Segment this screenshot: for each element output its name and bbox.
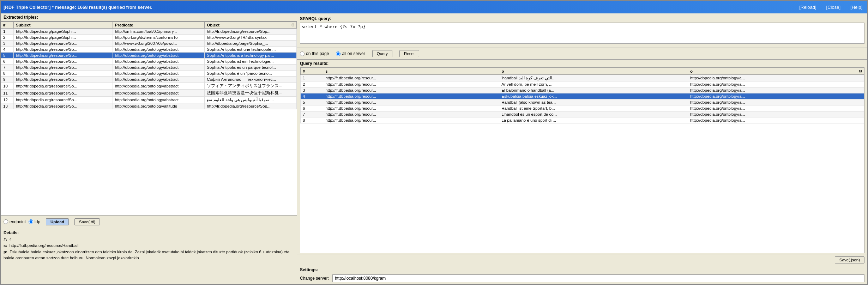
table-row[interactable]: 13 http://fr.dbpedia.org/resource/So... … — [1, 103, 297, 109]
ldp-radio[interactable] — [29, 219, 33, 224]
query-result-row[interactable]: 5 http://fr.dbpedia.org/resour... Handba… — [301, 99, 864, 105]
cell-object: ソフィア・アンティポリスはフランス... — [205, 83, 297, 90]
ldp-radio-label[interactable]: ldp — [29, 219, 40, 224]
q-cell-num: 1 — [301, 75, 323, 81]
q-cell-p: Handball (also known as tea... — [499, 99, 688, 105]
q-cell-p: La pallamano è uno sport di ... — [499, 117, 688, 123]
table-row[interactable]: 6 http://fr.dbpedia.org/resource/So... h… — [1, 59, 297, 65]
reload-button[interactable]: [Reload] — [797, 4, 818, 11]
q-cell-p: Eskubaloia baloia eskuaz jok... — [499, 93, 688, 99]
settings-section: Settings: Change server: — [297, 265, 867, 284]
q-col-header-p: p — [499, 68, 688, 75]
query-result-row[interactable]: 6 http://fr.dbpedia.org/resour... Handba… — [301, 105, 864, 111]
table-row[interactable]: 7 http://fr.dbpedia.org/resource/So... h… — [1, 65, 297, 71]
table-row[interactable]: 3 http://fr.dbpedia.org/resource/So... h… — [1, 41, 297, 47]
q-resize-icon[interactable]: ⊡ — [859, 69, 862, 73]
table-row[interactable]: 1 http://fr.dbpedia.org/page/Sophi... ht… — [1, 29, 297, 35]
cell-num: 10 — [1, 83, 14, 90]
close-button[interactable]: [Close] — [824, 4, 843, 11]
change-server-label: Change server: — [300, 276, 329, 281]
cell-subject: http://fr.dbpedia.org/resource/So... — [14, 71, 113, 77]
all-on-server-label: all on server — [342, 51, 365, 56]
table-row[interactable]: 8 http://fr.dbpedia.org/resource/So... h… — [1, 71, 297, 77]
cell-num: 12 — [1, 97, 14, 103]
details-panel: Details: #: 4 s: http://fr.dbpedia.org/r… — [1, 228, 297, 284]
details-s-row: s: http://fr.dbpedia.org/resource/Handba… — [4, 243, 294, 249]
q-cell-o: http://dbpedia.org/ontology/a... — [688, 117, 864, 123]
q-cell-o: http://dbpedia.org/ontology/a... — [688, 75, 864, 81]
endpoint-label: endpoint — [10, 219, 26, 224]
cell-num: 6 — [1, 59, 14, 65]
settings-header: Settings: — [300, 267, 864, 272]
save-ttl-button[interactable]: Save(.ttl) — [74, 218, 100, 225]
all-on-server-radio-label[interactable]: all on server — [336, 51, 365, 56]
cell-object: http://www.w3.org/TR/rdfa-syntax — [205, 35, 297, 41]
cell-object: Sophia Antipolis est une technopole ... — [205, 47, 297, 53]
query-result-row[interactable]: 3 http://fr.dbpedia.org/resour... El bal… — [301, 87, 864, 93]
cell-subject: http://fr.dbpedia.org/resource/So... — [14, 90, 113, 97]
cell-num: 8 — [1, 71, 14, 77]
table-row[interactable]: 2 http://fr.dbpedia.org/page/Sophi... ht… — [1, 35, 297, 41]
triples-table: # Subject Predicate Object ⊡ 1 http://fr… — [1, 22, 297, 109]
cell-predicate: http://dbpedia.org/ontology/abstract — [113, 90, 205, 97]
upload-button[interactable]: Upload — [46, 218, 69, 225]
cell-predicate: http://dbpedia.org/ontology/altitude — [113, 103, 205, 109]
server-input[interactable] — [332, 274, 864, 282]
settings-row: Change server: — [300, 274, 864, 282]
details-num-row: #: 4 — [4, 237, 294, 243]
q-cell-s: http://fr.dbpedia.org/resour... — [323, 99, 499, 105]
q-cell-num: 4 — [301, 93, 323, 99]
cell-subject: http://fr.dbpedia.org/resource/So... — [14, 47, 113, 53]
table-row[interactable]: 9 http://fr.dbpedia.org/resource/So... h… — [1, 77, 297, 83]
q-cell-num: 5 — [301, 99, 323, 105]
cell-num: 5 — [1, 53, 14, 59]
cell-predicate: http://xmlns.com/foaf/0.1/primary... — [113, 29, 205, 35]
table-row[interactable]: 11 http://fr.dbpedia.org/resource/So... … — [1, 90, 297, 97]
query-result-row[interactable]: 7 http://fr.dbpedia.org/resour... L'hand… — [301, 111, 864, 117]
endpoint-radio-label[interactable]: endpoint — [4, 219, 26, 224]
resize-icon[interactable]: ⊡ — [291, 23, 294, 27]
main-content: Extracted triples: # Subject Predicate O… — [1, 13, 867, 284]
cell-num: 3 — [1, 41, 14, 47]
cell-object: Sophia Antipolis es un parque tecnol... — [205, 65, 297, 71]
on-this-page-radio-label[interactable]: on this page — [300, 51, 329, 56]
table-row[interactable]: 10 http://fr.dbpedia.org/resource/So... … — [1, 83, 297, 90]
cell-subject: http://fr.dbpedia.org/resource/So... — [14, 77, 113, 83]
table-row[interactable]: 12 http://fr.dbpedia.org/resource/So... … — [1, 97, 297, 103]
help-button[interactable]: [Help] — [848, 4, 864, 11]
col-header-num: # — [1, 22, 14, 29]
query-result-row[interactable]: 2 http://fr.dbpedia.org/resour... Ar vel… — [301, 81, 864, 87]
col-header-predicate: Predicate — [113, 22, 205, 29]
cell-subject: http://fr.dbpedia.org/resource/So... — [14, 53, 113, 59]
q-cell-s: http://fr.dbpedia.org/resour... — [323, 81, 499, 87]
triples-table-container[interactable]: # Subject Predicate Object ⊡ 1 http://fr… — [1, 22, 297, 215]
on-this-page-radio[interactable] — [300, 51, 305, 56]
table-row[interactable]: 5 http://fr.dbpedia.org/resource/So... h… — [1, 53, 297, 59]
table-row[interactable]: 4 http://fr.dbpedia.org/resource/So... h… — [1, 47, 297, 53]
q-col-header-num: # — [301, 68, 323, 75]
sparql-query-input[interactable]: select * where {?s ?o ?p} — [300, 23, 864, 44]
cell-predicate: http://dbpedia.org/ontology/abstract — [113, 59, 205, 65]
cell-predicate: http://dbpedia.org/ontology/abstract — [113, 47, 205, 53]
q-cell-num: 7 — [301, 111, 323, 117]
main-window: [RDF Triple Collector] * message: 1668 r… — [0, 0, 868, 285]
details-p-label: p: — [4, 250, 7, 254]
reset-button[interactable]: Reset — [399, 50, 419, 57]
cell-predicate: http://dbpedia.org/ontology/abstract — [113, 97, 205, 103]
cell-subject: http://fr.dbpedia.org/resource/So... — [14, 59, 113, 65]
all-on-server-radio[interactable] — [336, 51, 340, 56]
cell-subject: http://fr.dbpedia.org/page/Sophi... — [14, 35, 113, 41]
query-table-container[interactable]: # s p o ⊡ 1 http://fr.dbpedia.org/resour… — [300, 67, 864, 253]
cell-object: http://fr.dbpedia.org/resource/Sop... — [205, 103, 297, 109]
query-result-row[interactable]: 4 http://fr.dbpedia.org/resour... Eskuba… — [301, 93, 864, 99]
query-result-row[interactable]: 8 http://fr.dbpedia.org/resour... La pal… — [301, 117, 864, 123]
query-button[interactable]: Query — [372, 50, 392, 57]
q-cell-p: Handball ist eine Sportart, b... — [499, 105, 688, 111]
cell-object: 法国索菲亚科技园是一块位于尼斯和戛... — [205, 90, 297, 97]
query-result-row[interactable]: 1 http://fr.dbpedia.org/resour... 'handb… — [301, 75, 864, 81]
ldp-label: ldp — [35, 219, 40, 224]
cell-object: صوفيا أنتيبوليس هي واحة للعلوم تقع ... — [205, 97, 297, 103]
save-json-button[interactable]: Save(.json) — [835, 256, 864, 263]
query-controls: on this page all on server Query Reset — [297, 48, 867, 60]
endpoint-radio[interactable] — [4, 219, 8, 224]
